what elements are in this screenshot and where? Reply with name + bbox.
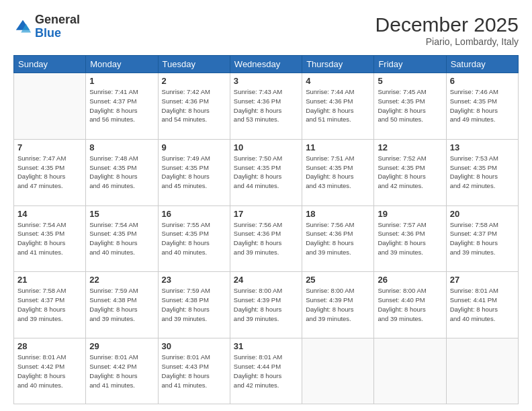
day-number: 10: [234, 142, 298, 152]
calendar-day-cell: [14, 73, 86, 140]
day-number: 14: [17, 209, 82, 219]
day-info: Sunrise: 8:00 AMSunset: 4:39 PMDaylight:…: [306, 286, 370, 323]
calendar-week-row: 7Sunrise: 7:47 AMSunset: 4:35 PMDaylight…: [14, 139, 519, 205]
calendar-day-cell: 16Sunrise: 7:55 AMSunset: 4:35 PMDayligh…: [158, 205, 230, 272]
calendar-weekday-header: Sunday: [14, 56, 86, 73]
day-number: 4: [306, 76, 370, 86]
day-info: Sunrise: 7:59 AMSunset: 4:38 PMDaylight:…: [89, 286, 154, 323]
calendar-day-cell: [302, 338, 374, 404]
day-number: 7: [17, 142, 82, 152]
day-number: 6: [450, 76, 515, 86]
calendar-day-cell: 8Sunrise: 7:48 AMSunset: 4:35 PMDaylight…: [86, 139, 158, 205]
calendar-week-row: 21Sunrise: 7:58 AMSunset: 4:37 PMDayligh…: [14, 272, 519, 338]
calendar-day-cell: 1Sunrise: 7:41 AMSunset: 4:37 PMDaylight…: [86, 73, 158, 140]
day-info: Sunrise: 7:44 AMSunset: 4:36 PMDaylight:…: [306, 87, 370, 124]
calendar-day-cell: 2Sunrise: 7:42 AMSunset: 4:36 PMDaylight…: [158, 73, 230, 140]
calendar-day-cell: 7Sunrise: 7:47 AMSunset: 4:35 PMDaylight…: [14, 139, 86, 205]
day-info: Sunrise: 7:52 AMSunset: 4:35 PMDaylight:…: [378, 154, 442, 191]
calendar-day-cell: 14Sunrise: 7:54 AMSunset: 4:35 PMDayligh…: [14, 205, 86, 272]
day-number: 12: [378, 142, 442, 152]
day-info: Sunrise: 7:48 AMSunset: 4:35 PMDaylight:…: [89, 154, 154, 191]
day-info: Sunrise: 7:57 AMSunset: 4:36 PMDaylight:…: [378, 220, 442, 257]
day-info: Sunrise: 7:41 AMSunset: 4:37 PMDaylight:…: [89, 87, 154, 124]
day-number: 24: [234, 275, 298, 285]
location-subtitle: Piario, Lombardy, Italy: [375, 36, 519, 47]
day-number: 30: [162, 341, 226, 351]
day-info: Sunrise: 8:01 AMSunset: 4:41 PMDaylight:…: [450, 286, 515, 323]
calendar-day-cell: 30Sunrise: 8:01 AMSunset: 4:43 PMDayligh…: [158, 338, 230, 404]
header: General Blue December 2025 Piario, Lomba…: [13, 13, 519, 47]
day-info: Sunrise: 8:01 AMSunset: 4:43 PMDaylight:…: [162, 353, 226, 390]
day-info: Sunrise: 7:49 AMSunset: 4:35 PMDaylight:…: [162, 154, 226, 191]
logo: General Blue: [13, 13, 80, 40]
day-info: Sunrise: 8:01 AMSunset: 4:42 PMDaylight:…: [89, 353, 154, 390]
month-title: December 2025: [375, 13, 519, 36]
day-number: 19: [378, 209, 442, 219]
day-info: Sunrise: 7:42 AMSunset: 4:36 PMDaylight:…: [162, 87, 226, 124]
day-number: 2: [162, 76, 226, 86]
calendar-day-cell: 13Sunrise: 7:53 AMSunset: 4:35 PMDayligh…: [446, 139, 518, 205]
day-info: Sunrise: 7:54 AMSunset: 4:35 PMDaylight:…: [89, 220, 154, 257]
day-number: 5: [378, 76, 442, 86]
day-number: 20: [450, 209, 515, 219]
calendar-weekday-header: Tuesday: [158, 56, 230, 73]
day-number: 31: [234, 341, 298, 351]
day-info: Sunrise: 7:53 AMSunset: 4:35 PMDaylight:…: [450, 154, 515, 191]
calendar-day-cell: 28Sunrise: 8:01 AMSunset: 4:42 PMDayligh…: [14, 338, 86, 404]
day-number: 8: [89, 142, 154, 152]
calendar-day-cell: [446, 338, 518, 404]
title-block: December 2025 Piario, Lombardy, Italy: [375, 13, 519, 47]
day-number: 18: [306, 209, 370, 219]
day-number: 23: [162, 275, 226, 285]
day-info: Sunrise: 7:45 AMSunset: 4:35 PMDaylight:…: [378, 87, 442, 124]
day-info: Sunrise: 8:01 AMSunset: 4:44 PMDaylight:…: [234, 353, 298, 390]
day-info: Sunrise: 7:56 AMSunset: 4:36 PMDaylight:…: [234, 220, 298, 257]
calendar-day-cell: 29Sunrise: 8:01 AMSunset: 4:42 PMDayligh…: [86, 338, 158, 404]
day-number: 9: [162, 142, 226, 152]
day-number: 16: [162, 209, 226, 219]
calendar-day-cell: 21Sunrise: 7:58 AMSunset: 4:37 PMDayligh…: [14, 272, 86, 338]
calendar-day-cell: 19Sunrise: 7:57 AMSunset: 4:36 PMDayligh…: [374, 205, 446, 272]
calendar-weekday-header: Friday: [374, 56, 446, 73]
logo-text: General Blue: [35, 13, 80, 40]
logo-icon: [13, 17, 32, 36]
day-info: Sunrise: 8:00 AMSunset: 4:39 PMDaylight:…: [234, 286, 298, 323]
day-info: Sunrise: 7:59 AMSunset: 4:38 PMDaylight:…: [162, 286, 226, 323]
calendar-day-cell: 3Sunrise: 7:43 AMSunset: 4:36 PMDaylight…: [230, 73, 302, 140]
calendar-day-cell: 22Sunrise: 7:59 AMSunset: 4:38 PMDayligh…: [86, 272, 158, 338]
calendar-day-cell: 31Sunrise: 8:01 AMSunset: 4:44 PMDayligh…: [230, 338, 302, 404]
day-number: 25: [306, 275, 370, 285]
calendar-table: SundayMondayTuesdayWednesdayThursdayFrid…: [13, 55, 519, 404]
calendar-day-cell: 20Sunrise: 7:58 AMSunset: 4:37 PMDayligh…: [446, 205, 518, 272]
day-info: Sunrise: 8:01 AMSunset: 4:42 PMDaylight:…: [17, 353, 82, 390]
calendar-day-cell: 23Sunrise: 7:59 AMSunset: 4:38 PMDayligh…: [158, 272, 230, 338]
day-number: 15: [89, 209, 154, 219]
day-number: 26: [378, 275, 442, 285]
day-number: 21: [17, 275, 82, 285]
day-info: Sunrise: 7:58 AMSunset: 4:37 PMDaylight:…: [450, 220, 515, 257]
calendar-weekday-header: Monday: [86, 56, 158, 73]
day-info: Sunrise: 7:43 AMSunset: 4:36 PMDaylight:…: [234, 87, 298, 124]
calendar-weekday-header: Wednesday: [230, 56, 302, 73]
calendar-day-cell: 12Sunrise: 7:52 AMSunset: 4:35 PMDayligh…: [374, 139, 446, 205]
calendar-week-row: 28Sunrise: 8:01 AMSunset: 4:42 PMDayligh…: [14, 338, 519, 404]
calendar-week-row: 1Sunrise: 7:41 AMSunset: 4:37 PMDaylight…: [14, 73, 519, 140]
calendar-week-row: 14Sunrise: 7:54 AMSunset: 4:35 PMDayligh…: [14, 205, 519, 272]
day-info: Sunrise: 8:00 AMSunset: 4:40 PMDaylight:…: [378, 286, 442, 323]
day-info: Sunrise: 7:50 AMSunset: 4:35 PMDaylight:…: [234, 154, 298, 191]
calendar-day-cell: 24Sunrise: 8:00 AMSunset: 4:39 PMDayligh…: [230, 272, 302, 338]
calendar-day-cell: 15Sunrise: 7:54 AMSunset: 4:35 PMDayligh…: [86, 205, 158, 272]
day-number: 27: [450, 275, 515, 285]
calendar-day-cell: 4Sunrise: 7:44 AMSunset: 4:36 PMDaylight…: [302, 73, 374, 140]
calendar-day-cell: 10Sunrise: 7:50 AMSunset: 4:35 PMDayligh…: [230, 139, 302, 205]
day-number: 13: [450, 142, 515, 152]
day-number: 3: [234, 76, 298, 86]
calendar-day-cell: [374, 338, 446, 404]
day-number: 29: [89, 341, 154, 351]
day-number: 22: [89, 275, 154, 285]
day-number: 11: [306, 142, 370, 152]
calendar-weekday-header: Saturday: [446, 56, 518, 73]
day-info: Sunrise: 7:47 AMSunset: 4:35 PMDaylight:…: [17, 154, 82, 191]
calendar-day-cell: 25Sunrise: 8:00 AMSunset: 4:39 PMDayligh…: [302, 272, 374, 338]
calendar-day-cell: 9Sunrise: 7:49 AMSunset: 4:35 PMDaylight…: [158, 139, 230, 205]
